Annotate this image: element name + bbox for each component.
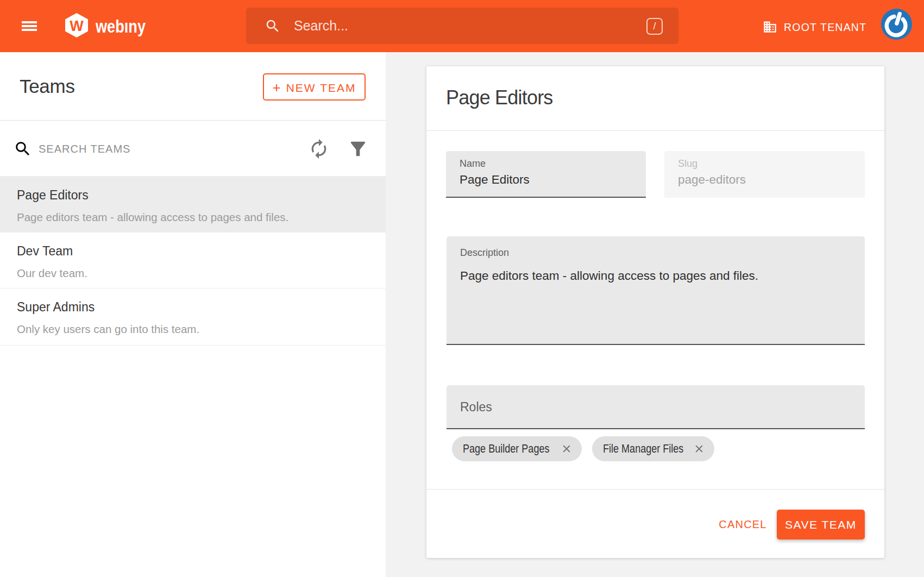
svg-text:webıny: webıny xyxy=(96,16,146,36)
svg-text:W: W xyxy=(70,18,84,34)
